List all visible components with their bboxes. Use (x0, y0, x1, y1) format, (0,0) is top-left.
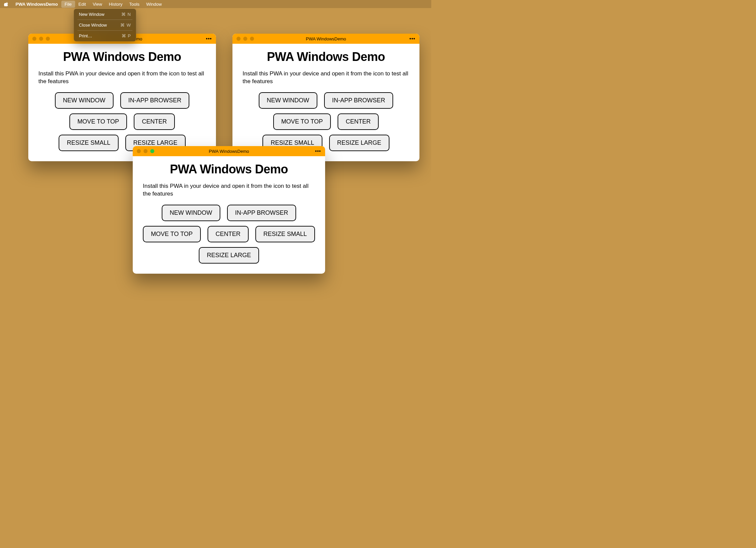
resize-large-button[interactable]: RESIZE LARGE (199, 247, 259, 264)
in-app-browser-button[interactable]: IN-APP BROWSER (227, 205, 296, 221)
menubar-item-view[interactable]: View (89, 1, 105, 8)
app-window-2[interactable]: PWA WindowsDemo ••• PWA Windows Demo Ins… (232, 34, 419, 161)
menubar-item-window[interactable]: Window (143, 1, 165, 8)
menu-new-window[interactable]: New Window ⌘ N (75, 10, 134, 18)
page-title: PWA Windows Demo (38, 50, 206, 64)
move-to-top-button[interactable]: MOVE TO TOP (143, 226, 201, 242)
traffic-lights (237, 37, 254, 41)
resize-large-button[interactable]: RESIZE LARGE (329, 135, 389, 151)
menu-item-shortcut: ⌘ P (122, 33, 131, 38)
menubar-item-history[interactable]: History (105, 1, 126, 8)
window-content: PWA Windows Demo Install this PWA in you… (133, 156, 325, 274)
menu-print[interactable]: Print… ⌘ P (75, 32, 134, 40)
menu-item-label: Print… (79, 33, 92, 38)
window-options-icon[interactable]: ••• (206, 36, 212, 41)
app-window-1[interactable]: PWA WindowsDemo ••• PWA Windows Demo Ins… (28, 34, 216, 161)
new-window-button[interactable]: NEW WINDOW (259, 92, 317, 109)
traffic-lights (32, 37, 50, 41)
window-options-icon[interactable]: ••• (315, 148, 321, 154)
menu-separator (77, 20, 132, 20)
menu-item-shortcut: ⌘ N (121, 12, 131, 17)
titlebar[interactable]: PWA WindowsDemo ••• (232, 34, 419, 44)
close-button[interactable] (237, 37, 241, 41)
traffic-lights (137, 149, 154, 153)
new-window-button[interactable]: NEW WINDOW (162, 205, 220, 221)
in-app-browser-button[interactable]: IN-APP BROWSER (324, 92, 393, 109)
button-grid: NEW WINDOW IN-APP BROWSER MOVE TO TOP CE… (38, 92, 206, 151)
page-title: PWA Windows Demo (143, 162, 315, 176)
window-content: PWA Windows Demo Install this PWA in you… (28, 44, 216, 161)
menu-separator (77, 30, 132, 31)
apple-icon[interactable] (4, 2, 9, 6)
app-window-3-active[interactable]: PWA WindowsDemo ••• PWA Windows Demo Ins… (133, 146, 325, 274)
system-menubar: PWA WindowsDemo File Edit View History T… (0, 0, 431, 8)
window-title: PWA WindowsDemo (133, 149, 325, 154)
page-title: PWA Windows Demo (243, 50, 409, 64)
minimize-button[interactable] (144, 149, 148, 153)
menubar-item-file[interactable]: File (61, 1, 75, 8)
menu-item-shortcut: ⌘ W (120, 23, 131, 28)
titlebar[interactable]: PWA WindowsDemo ••• (133, 146, 325, 156)
center-button[interactable]: CENTER (338, 113, 379, 130)
menubar-item-tools[interactable]: Tools (126, 1, 143, 8)
move-to-top-button[interactable]: MOVE TO TOP (69, 113, 127, 130)
page-description: Install this PWA in your device and open… (243, 70, 409, 85)
page-description: Install this PWA in your device and open… (38, 70, 206, 85)
menubar-item-edit[interactable]: Edit (75, 1, 89, 8)
close-button[interactable] (137, 149, 141, 153)
center-button[interactable]: CENTER (208, 226, 249, 242)
menu-item-label: New Window (79, 12, 104, 17)
in-app-browser-button[interactable]: IN-APP BROWSER (120, 92, 190, 109)
minimize-button[interactable] (39, 37, 43, 41)
resize-small-button[interactable]: RESIZE SMALL (59, 135, 118, 151)
button-grid: NEW WINDOW IN-APP BROWSER MOVE TO TOP CE… (143, 205, 315, 264)
zoom-button[interactable] (150, 149, 154, 153)
menu-close-window[interactable]: Close Window ⌘ W (75, 21, 134, 29)
page-description: Install this PWA in your device and open… (143, 182, 315, 198)
window-title: PWA WindowsDemo (232, 36, 419, 41)
zoom-button[interactable] (250, 37, 254, 41)
window-content: PWA Windows Demo Install this PWA in you… (232, 44, 419, 161)
button-grid: NEW WINDOW IN-APP BROWSER MOVE TO TOP CE… (243, 92, 409, 151)
menu-item-label: Close Window (79, 23, 107, 28)
file-menu-dropdown: New Window ⌘ N Close Window ⌘ W Print… ⌘… (74, 9, 136, 41)
new-window-button[interactable]: NEW WINDOW (55, 92, 114, 109)
move-to-top-button[interactable]: MOVE TO TOP (273, 113, 331, 130)
minimize-button[interactable] (243, 37, 247, 41)
resize-small-button[interactable]: RESIZE SMALL (255, 226, 315, 242)
center-button[interactable]: CENTER (134, 113, 175, 130)
window-options-icon[interactable]: ••• (409, 36, 415, 41)
zoom-button[interactable] (46, 37, 50, 41)
close-button[interactable] (32, 37, 36, 41)
menubar-app-name[interactable]: PWA WindowsDemo (12, 2, 61, 7)
